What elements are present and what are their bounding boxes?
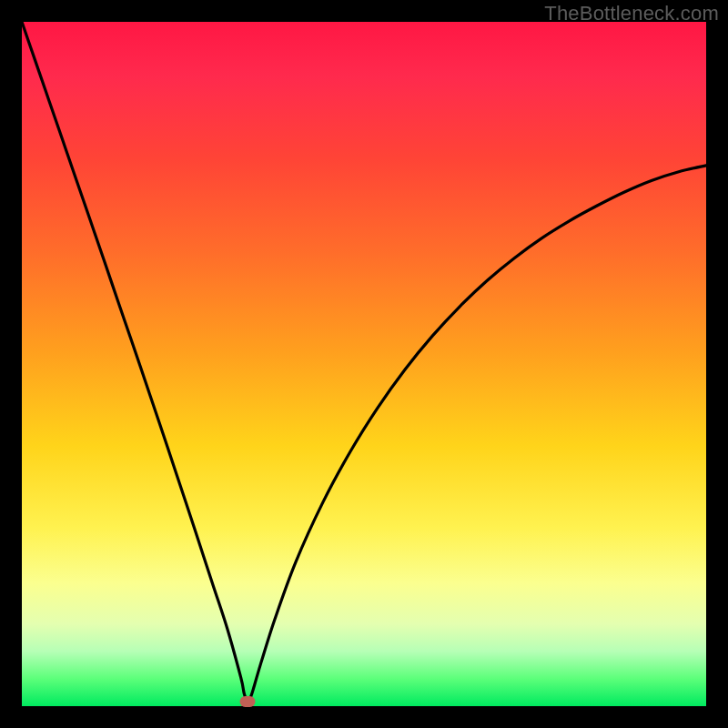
bottleneck-curve [22,22,706,706]
optimal-point-marker [240,696,256,707]
plot-area [22,22,706,706]
watermark-text: TheBottleneck.com [544,2,719,25]
chart-frame: TheBottleneck.com [0,0,728,728]
